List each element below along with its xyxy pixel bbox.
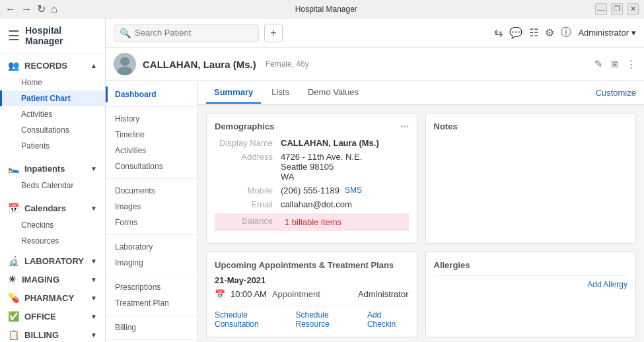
- tab-summary[interactable]: Summary: [206, 82, 261, 104]
- middle-nav-consultations[interactable]: Consultations: [106, 158, 197, 174]
- appt-type: Appointment: [272, 289, 320, 299]
- allergies-card: Allergies Add Allergy: [425, 252, 637, 337]
- lab-arrow-icon: ▼: [90, 257, 97, 265]
- search-input[interactable]: [135, 28, 247, 38]
- demo-value-address: 4726 - 11th Ave. N.E. Seattle 98105 WA: [281, 152, 362, 182]
- sidebar-item-resources[interactable]: Resources: [0, 233, 105, 249]
- office-arrow-icon: ▼: [90, 313, 97, 320]
- middle-nav-timeline[interactable]: Timeline: [106, 127, 197, 143]
- middle-nav-documents[interactable]: Documents: [106, 183, 197, 199]
- tab-lists[interactable]: Lists: [264, 82, 297, 104]
- sidebar-calendars-section: 📅 Calendars ▼ Checkins Resources: [0, 196, 105, 252]
- customize-button[interactable]: Customize: [596, 88, 636, 98]
- sidebar-group-calendars-label: Calendars: [24, 203, 66, 213]
- home-icon[interactable]: ⌂: [51, 3, 57, 15]
- search-icon: 🔍: [120, 28, 131, 38]
- tab-demo-values[interactable]: Demo Values: [300, 82, 367, 104]
- middle-nav-imaging[interactable]: Imaging: [106, 255, 197, 271]
- middle-nav-activities[interactable]: Activities: [106, 143, 197, 158]
- middle-nav-prescriptions[interactable]: Prescriptions: [106, 279, 197, 295]
- add-patient-button[interactable]: +: [264, 24, 283, 42]
- middle-nav-forms[interactable]: Forms: [106, 215, 197, 230]
- sidebar-item-patients[interactable]: Patients: [0, 138, 105, 154]
- allergies-footer: Add Allergy: [434, 275, 628, 289]
- records-icon: 👥: [8, 60, 19, 71]
- dashboard: Summary Lists Demo Values Customize Demo…: [198, 81, 644, 342]
- search-box[interactable]: 🔍: [114, 24, 259, 42]
- edit-icon[interactable]: ✎: [594, 58, 603, 70]
- patient-header: CALLAHAN, Laura (Ms.) Female, 46y ✎ 🗎 ⋮: [106, 48, 644, 81]
- sidebar-group-records[interactable]: 👥 RECORDS ▲: [0, 56, 105, 75]
- demo-label-name: Display Name: [215, 138, 281, 148]
- sidebar-group-calendars[interactable]: 📅 Calendars ▼: [0, 199, 105, 217]
- sidebar-group-imaging-label: IMAGING: [22, 275, 59, 285]
- notes-card: Notes: [425, 113, 637, 244]
- menu-icon[interactable]: ☰: [8, 28, 20, 44]
- middle-nav-billing[interactable]: Billing: [106, 320, 197, 335]
- copy-icon[interactable]: 🗎: [610, 58, 620, 70]
- help-icon[interactable]: ⓘ: [561, 26, 571, 40]
- sidebar-group-imaging[interactable]: ☀ IMAGING ▼: [0, 270, 105, 289]
- sidebar-group-inpatients[interactable]: 🛌 Inpatients ▼: [0, 159, 105, 178]
- window-controls: — ❐ ✕: [595, 3, 639, 15]
- topbar-right: ⇆ 💬 ☷ ⚙ ⓘ Administrator ▾: [494, 26, 636, 40]
- schedule-resource-link[interactable]: Schedule Resource: [296, 310, 359, 329]
- appointments-footer: Schedule Consultation Schedule Resource …: [215, 306, 409, 329]
- sidebar-item-checkins[interactable]: Checkins: [0, 217, 105, 233]
- sidebar-header: ☰ Hospital Manager: [0, 18, 105, 53]
- settings-icon[interactable]: ⚙: [545, 26, 554, 39]
- office-icon: ✅: [8, 311, 19, 322]
- sidebar-group-pharmacy[interactable]: 💊 PHARMACY ▼: [0, 289, 105, 307]
- content-area: CALLAHAN, Laura (Ms.) Female, 46y ✎ 🗎 ⋮ …: [106, 48, 644, 342]
- sidebar-group-billing-label: BILLING: [24, 330, 59, 340]
- schedule-consultation-link[interactable]: Schedule Consultation: [215, 310, 288, 329]
- demo-value-balance: 1 billable items: [281, 216, 345, 228]
- sidebar-group-laboratory-label: LABORATORY: [24, 256, 84, 266]
- sidebar-group-office-label: OFFICE: [24, 312, 56, 322]
- reload-icon[interactable]: ↻: [37, 3, 46, 15]
- sidebar-item-consultations[interactable]: Consultations: [0, 122, 105, 138]
- middle-nav-images[interactable]: Images: [106, 199, 197, 215]
- demo-value-mobile: (206) 555-1189: [281, 186, 340, 195]
- sms-link[interactable]: SMS: [345, 186, 362, 195]
- nav-divider-1: [106, 106, 197, 107]
- nav-divider-4: [106, 275, 197, 275]
- sidebar-item-beds-calendar[interactable]: Beds Calendar: [0, 178, 105, 193]
- close-button[interactable]: ✕: [627, 3, 639, 15]
- add-checkin-link[interactable]: Add Checkin: [367, 310, 409, 329]
- sidebar-group-office[interactable]: ✅ OFFICE ▼: [0, 307, 105, 325]
- appointment-row: 📅 10:00 AM Appointment Administrator: [215, 289, 409, 299]
- middle-nav-laboratory[interactable]: Laboratory: [106, 239, 197, 255]
- add-allergy-link[interactable]: Add Allergy: [587, 280, 627, 289]
- demo-label-balance: Balance: [215, 216, 281, 228]
- back-icon[interactable]: ←: [5, 3, 16, 15]
- refresh-icon[interactable]: ⇆: [494, 26, 503, 39]
- demo-row-email: Email callahan@dot.com: [215, 199, 409, 209]
- calendar-icon: 📅: [215, 289, 225, 299]
- middle-nav-history[interactable]: History: [106, 111, 197, 127]
- sidebar-group-billing[interactable]: 📋 BILLING ▼: [0, 325, 105, 342]
- demo-label-address: Address: [215, 152, 281, 182]
- sidebar-item-activities[interactable]: Activities: [0, 106, 105, 122]
- demographics-card: Demographics ⋯ Display Name CALLAHAN, La…: [206, 113, 417, 244]
- sidebar-item-patient-chart[interactable]: Patient Chart: [0, 90, 105, 106]
- allergies-title: Allergies: [434, 260, 628, 270]
- restore-button[interactable]: ❐: [611, 3, 623, 15]
- patient-header-actions: ✎ 🗎 ⋮: [594, 58, 636, 70]
- minimize-button[interactable]: —: [595, 3, 607, 15]
- middle-nav-dashboard[interactable]: Dashboard: [106, 86, 197, 102]
- middle-nav: Dashboard History Timeline Activities Co…: [106, 81, 198, 342]
- notes-title: Notes: [434, 121, 628, 131]
- sidebar-item-home[interactable]: Home: [0, 75, 105, 90]
- demo-row-address: Address 4726 - 11th Ave. N.E. Seattle 98…: [215, 152, 409, 182]
- demographics-more-icon[interactable]: ⋯: [400, 121, 409, 131]
- chat-icon[interactable]: 💬: [509, 26, 522, 39]
- forward-icon[interactable]: →: [21, 3, 32, 15]
- patient-area: CALLAHAN, Laura (Ms.) Female, 46y ✎ 🗎 ⋮ …: [106, 48, 644, 342]
- sidebar-group-laboratory[interactable]: 🔬 LABORATORY ▼: [0, 252, 105, 270]
- more-icon[interactable]: ⋮: [626, 58, 636, 70]
- middle-nav-treatment-plan[interactable]: Treatment Plan: [106, 295, 197, 311]
- admin-dropdown[interactable]: Administrator ▾: [578, 28, 636, 38]
- apps-icon[interactable]: ☷: [529, 26, 538, 39]
- appt-admin: Administrator: [358, 289, 409, 299]
